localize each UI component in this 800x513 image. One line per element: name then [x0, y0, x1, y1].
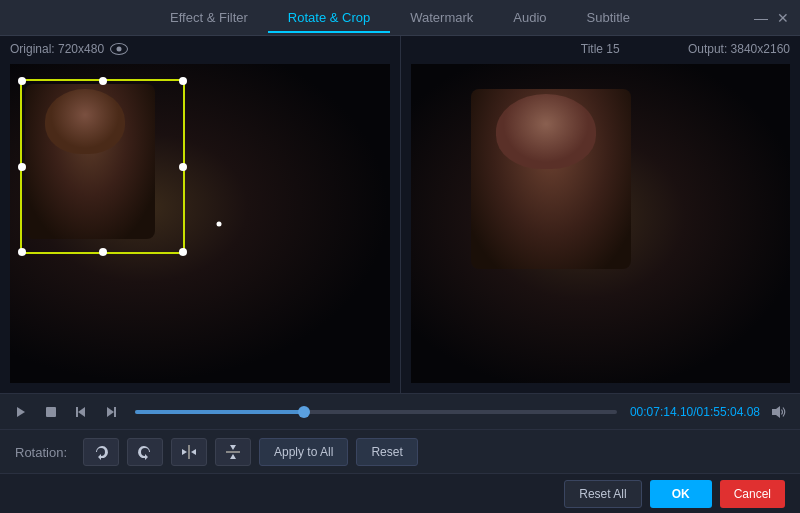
reset-button[interactable]: Reset [356, 438, 417, 466]
progress-track[interactable] [135, 410, 617, 414]
window-controls: — ✕ [754, 11, 790, 25]
left-person-figure [25, 84, 155, 239]
svg-rect-3 [76, 407, 78, 417]
rotate-cw-button[interactable] [127, 438, 163, 466]
apply-to-all-button[interactable]: Apply to All [259, 438, 348, 466]
original-label: Original: 720x480 [10, 42, 128, 56]
progress-thumb[interactable] [298, 406, 310, 418]
svg-rect-7 [188, 445, 190, 459]
svg-marker-0 [17, 407, 25, 417]
minimize-button[interactable]: — [754, 11, 768, 25]
rotation-row: Rotation: Apply to All R [15, 438, 785, 466]
left-preview-panel: Original: 720x480 [0, 36, 401, 393]
ok-button[interactable]: OK [650, 480, 712, 508]
flip-vertical-button[interactable] [215, 438, 251, 466]
svg-marker-11 [230, 445, 236, 450]
video-dot [216, 221, 221, 226]
play-button[interactable] [10, 401, 32, 423]
cancel-button[interactable]: Cancel [720, 480, 785, 508]
reset-all-button[interactable]: Reset All [564, 480, 641, 508]
time-display: 00:07:14.10/01:55:04.08 [630, 405, 760, 419]
svg-rect-10 [226, 451, 240, 453]
svg-rect-1 [46, 407, 56, 417]
close-button[interactable]: ✕ [776, 11, 790, 25]
volume-button[interactable] [768, 401, 790, 423]
prev-button[interactable] [70, 401, 92, 423]
svg-marker-12 [230, 454, 236, 459]
left-video-canvas [10, 64, 390, 383]
rotate-ccw-button[interactable] [83, 438, 119, 466]
output-label: Output: 3840x2160 [688, 42, 790, 56]
main-content: Original: 720x480 [0, 36, 800, 393]
svg-marker-4 [107, 407, 114, 417]
stop-button[interactable] [40, 401, 62, 423]
tab-rotate-crop[interactable]: Rotate & Crop [268, 2, 390, 33]
tab-audio[interactable]: Audio [493, 2, 566, 33]
svg-rect-5 [114, 407, 116, 417]
flip-horizontal-button[interactable] [171, 438, 207, 466]
progress-fill [135, 410, 304, 414]
action-bar: Reset All OK Cancel [0, 473, 800, 513]
tab-bar: Effect & Filter Rotate & Crop Watermark … [0, 0, 800, 36]
title-label: Title 15 [581, 42, 620, 56]
tab-watermark[interactable]: Watermark [390, 2, 493, 33]
transport-bar: 00:07:14.10/01:55:04.08 [0, 393, 800, 429]
right-video-scene [411, 64, 791, 383]
svg-marker-9 [191, 449, 196, 455]
svg-marker-2 [78, 407, 85, 417]
rotation-label: Rotation: [15, 445, 75, 460]
visibility-icon[interactable] [110, 43, 128, 55]
right-preview-panel: Title 15 Output: 3840x2160 [401, 36, 801, 393]
svg-marker-6 [772, 406, 780, 418]
next-button[interactable] [100, 401, 122, 423]
svg-marker-8 [182, 449, 187, 455]
left-video-scene [10, 64, 390, 383]
tab-effect-filter[interactable]: Effect & Filter [150, 2, 268, 33]
right-person-figure [471, 89, 631, 269]
tab-subtitle[interactable]: Subtitle [567, 2, 650, 33]
right-video-canvas [411, 64, 791, 383]
